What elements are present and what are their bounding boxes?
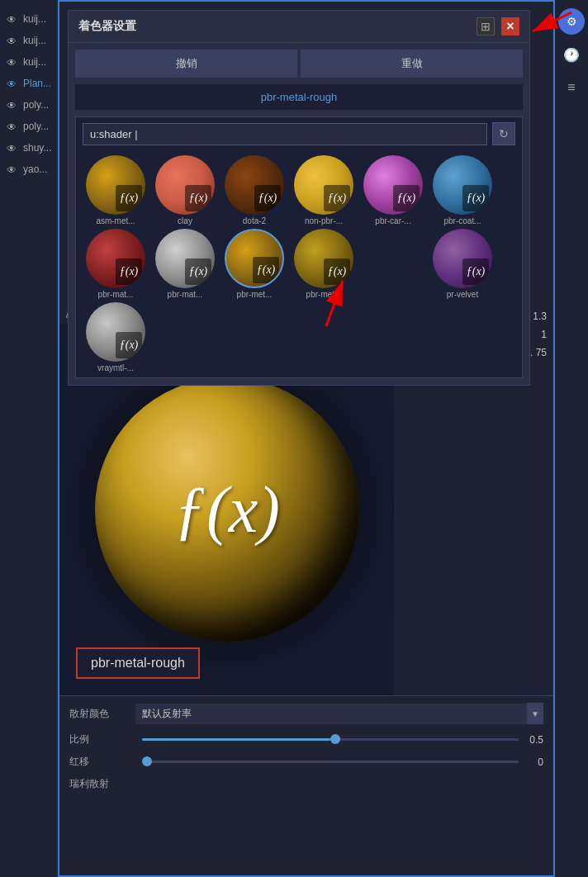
shader-selector: ↻ ƒ(x) asm-met... ƒ(x) clay (75, 116, 523, 378)
modal-action-row: 撤销 重做 (69, 43, 529, 84)
eye-icon-8: 👁 (7, 164, 20, 174)
fx-overlay-pbrmat1: ƒ(x) (116, 258, 142, 285)
scale-slider[interactable] (142, 738, 519, 741)
shader-item-pbrmetsel[interactable]: ƒ(x) pbr-met... (221, 229, 287, 299)
shader-thumb-prvelvet: ƒ(x) (433, 229, 492, 288)
sidebar-item-7[interactable]: 👁 shuy... (0, 137, 58, 159)
shader-modal: 着色器设置 ⊞ × 撤销 重做 pbr-metal-rough ↻ (68, 10, 530, 386)
sidebar-item-4[interactable]: 👁 Plan... (0, 73, 58, 94)
sidebar-label-6: poly... (23, 121, 49, 132)
search-input[interactable] (83, 123, 487, 145)
eye-icon-2: 👁 (7, 36, 20, 45)
scale-thumb[interactable] (330, 734, 340, 744)
modal-title-bar: 着色器设置 ⊞ × (69, 11, 529, 43)
redshift-row: 红移 0 (69, 755, 543, 769)
fx-overlay-vraymtl: ƒ(x) (116, 332, 142, 358)
value-1-3: 1.3 (533, 311, 547, 322)
shader-label-nonpbr: non-pbr-... (291, 216, 357, 225)
scatter-dropdown[interactable]: 默认反射率 (135, 704, 527, 724)
fx-overlay-pbrmat2: ƒ(x) (185, 258, 211, 285)
sidebar-label-7: shuy... (23, 142, 51, 154)
shader-item-vraymtl[interactable]: ƒ(x) vraymtl-... (83, 302, 149, 372)
bottom-props: 散射颜色 默认反射率 ▼ 比例 0.5 红移 (59, 695, 553, 875)
refresh-button[interactable]: ↻ (492, 122, 515, 145)
scatter-label: 散射颜色 (69, 707, 135, 721)
sidebar-label-3: kuij... (23, 56, 46, 68)
scatter-dropdown-arrow[interactable]: ▼ (527, 703, 543, 724)
fx-overlay-pbrmet2: ƒ(x) (324, 258, 350, 285)
redshift-slider-track (142, 761, 519, 763)
shader-item-dota[interactable]: ƒ(x) dota-2 (221, 155, 287, 225)
eye-icon-5: 👁 (7, 100, 20, 110)
shader-label-pbrmetsel: pbr-met... (221, 290, 287, 299)
eye-icon-7: 👁 (7, 143, 20, 153)
modal-controls: ⊞ × (477, 17, 519, 36)
sidebar-item-6[interactable]: 👁 poly... (0, 116, 58, 137)
sidebar-item-2[interactable]: 👁 kuij... (0, 30, 58, 51)
clock-icon: 🕐 (563, 47, 580, 63)
shader-item-nonpbr[interactable]: ƒ(x) non-pbr-... (291, 155, 357, 225)
right-toolbar: ⚙ 🕐 ≡ (555, 0, 588, 877)
search-row: ↻ (76, 117, 522, 150)
shader-thumb-asm: ƒ(x) (86, 155, 145, 215)
fx-overlay-clay: ƒ(x) (185, 185, 211, 211)
shader-thumb-vraymtl: ƒ(x) (86, 302, 145, 362)
redshift-slider[interactable] (142, 761, 519, 763)
redo-button[interactable]: 重做 (301, 50, 523, 78)
eye-icon-3: 👁 (7, 57, 20, 67)
list-toolbar-button[interactable]: ≡ (558, 74, 585, 101)
window-button[interactable]: ⊞ (477, 17, 495, 36)
undo-button[interactable]: 撤销 (75, 50, 297, 78)
modal-title: 着色器设置 (78, 19, 136, 34)
scale-value: 0.5 (519, 734, 543, 746)
gear-toolbar-button[interactable]: ⚙ (558, 8, 585, 35)
sidebar-item-1[interactable]: 👁 kuij... (0, 8, 58, 30)
clock-toolbar-button[interactable]: 🕐 (558, 41, 585, 68)
sidebar-item-8[interactable]: 👁 yao... (0, 159, 58, 180)
preview-fx-label: ƒ(x) (173, 472, 280, 548)
shader-thumb-pbrcar: ƒ(x) (363, 155, 423, 215)
shader-label-asm: asm-met... (83, 216, 149, 225)
shader-grid: ƒ(x) asm-met... ƒ(x) clay ƒ(x) dota-2 (76, 150, 522, 377)
value-1: 1 (541, 329, 547, 340)
scale-slider-track (142, 738, 519, 741)
fx-overlay-pbrmetsel: ƒ(x) (253, 257, 279, 283)
sidebar-label-8: yao... (23, 164, 47, 175)
sidebar-item-3[interactable]: 👁 kuij... (0, 51, 58, 73)
shader-name-bar: pbr-metal-rough (75, 84, 523, 110)
fx-overlay-pbrcar: ƒ(x) (393, 185, 420, 211)
shader-label-pbrmet2: pbr-met... (291, 290, 357, 299)
shader-item-clay[interactable]: ƒ(x) clay (152, 155, 218, 225)
shader-thumb-pbrcoat: ƒ(x) (433, 155, 492, 215)
list-icon: ≡ (567, 80, 575, 95)
sidebar-label-1: kuij... (23, 13, 46, 25)
scale-row: 比例 0.5 (69, 732, 543, 747)
fx-overlay-prvelvet: ƒ(x) (462, 258, 489, 285)
sidebar-label-4: Plan... (23, 78, 51, 89)
scatter-color-row: 散射颜色 默认反射率 ▼ (69, 703, 543, 724)
sidebar-label-5: poly... (23, 99, 49, 111)
sidebar-label-2: kuij... (23, 35, 46, 46)
shader-item-pbrcoat[interactable]: ƒ(x) pbr-coat... (429, 155, 496, 225)
shader-thumb-nonpbr: ƒ(x) (294, 155, 353, 215)
ruili-label: 瑞利散射 (69, 777, 135, 791)
shader-item-asm[interactable]: ƒ(x) asm-met... (83, 155, 149, 225)
shader-thumb-pbrmetsel: ƒ(x) (225, 229, 284, 288)
shader-item-pbrmet2[interactable]: ƒ(x) pbr-met... (291, 229, 357, 299)
main-area: 着色器设置 ⊞ × 撤销 重做 pbr-metal-rough ↻ (58, 0, 555, 877)
shader-label-clay: clay (152, 216, 218, 225)
eye-icon-6: 👁 (7, 121, 20, 131)
shader-label-pbrcar: pbr-car-... (360, 216, 426, 225)
eye-icon-1: 👁 (7, 14, 20, 24)
shader-item-pbrcar[interactable]: ƒ(x) pbr-car-... (360, 155, 426, 225)
scatter-dropdown-wrap: 默认反射率 ▼ (135, 703, 543, 724)
shader-item-pbrmat1[interactable]: ƒ(x) pbr-mat... (83, 229, 149, 299)
close-button[interactable]: × (501, 17, 519, 36)
shader-thumb-pbrmat2: ƒ(x) (155, 229, 215, 288)
gear-icon: ⚙ (567, 15, 577, 28)
shader-item-prvelvet[interactable]: ƒ(x) pr-velvet (429, 229, 496, 299)
shader-item-pbrmat2[interactable]: ƒ(x) pbr-mat... (152, 229, 218, 299)
sidebar: 👁 kuij... 👁 kuij... 👁 kuij... 👁 Plan... … (0, 0, 58, 877)
sidebar-item-5[interactable]: 👁 poly... (0, 94, 58, 116)
redshift-thumb[interactable] (142, 756, 152, 766)
